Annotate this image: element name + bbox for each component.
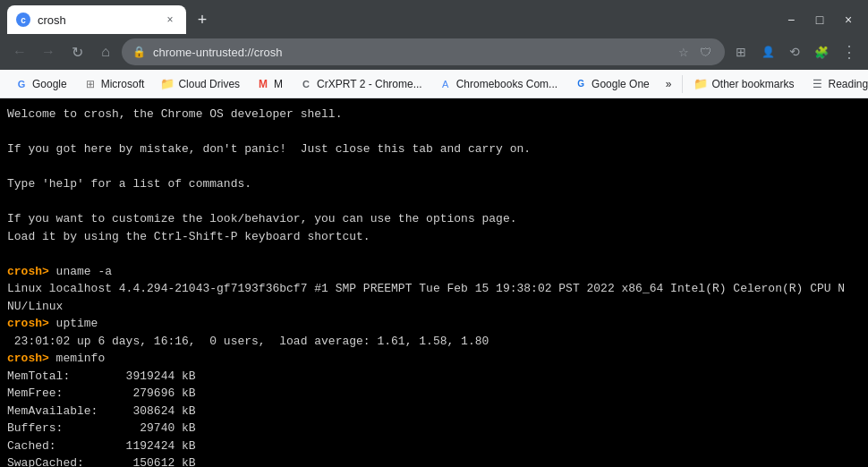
terminal-line-blank-3 xyxy=(7,193,861,211)
back-button[interactable]: ← xyxy=(7,39,32,64)
terminal-prompt-uptime: crosh> uptime xyxy=(7,315,861,333)
bookmarks-divider xyxy=(682,75,683,93)
active-tab[interactable]: c crosh × xyxy=(7,5,186,34)
browser-window: c crosh × + − □ × ← → ↻ ⌂ 🔒 chrome-untru… xyxy=(0,0,868,467)
terminal-line-5: Load it by using the Ctrl-Shift-P keyboa… xyxy=(7,228,861,246)
google-apps-icon[interactable]: ⊞ xyxy=(728,39,753,64)
bookmark-google-one[interactable]: G Google One xyxy=(566,74,657,94)
more-options-button[interactable]: ⋮ xyxy=(836,39,861,64)
extension-icon-1[interactable]: 🛡 xyxy=(696,43,714,61)
bookmark-other-label: Other bookmarks xyxy=(711,78,794,90)
terminal-line-4: If you want to customize the look/behavi… xyxy=(7,210,861,228)
tab-title: crosh xyxy=(38,13,156,27)
reload-button[interactable]: ↻ xyxy=(64,39,89,64)
terminal-line-blank-4 xyxy=(7,245,861,263)
nav-right-controls: ⊞ 👤 ⟳ 🧩 ⋮ xyxy=(728,39,861,64)
bookmark-google-label: Google xyxy=(32,78,67,90)
google-favicon: G xyxy=(14,77,29,91)
crxprt-favicon: C xyxy=(299,77,313,91)
crosh-prompt-3: crosh> xyxy=(7,352,49,365)
tab-bar: c crosh × + − □ × xyxy=(0,0,868,34)
bookmark-cloud-drives[interactable]: 📁 Cloud Drives xyxy=(153,74,247,94)
bookmark-microsoft-label: Microsoft xyxy=(101,78,145,90)
forward-button[interactable]: → xyxy=(36,39,61,64)
window-close-button[interactable]: × xyxy=(836,7,861,32)
bookmark-reading-list[interactable]: ☰ Reading list xyxy=(804,74,868,94)
bookmark-other[interactable]: 📁 Other bookmarks xyxy=(686,74,801,94)
security-icon: 🔒 xyxy=(132,46,146,58)
maximize-button[interactable]: □ xyxy=(807,7,832,32)
bookmark-crxprt[interactable]: C CrXPRT 2 - Chrome... xyxy=(292,74,430,94)
bookmark-google-one-label: Google One xyxy=(591,78,650,90)
bookmark-reading-list-label: Reading list xyxy=(829,78,868,90)
bookmark-chromebooks-label: Chromebooks Com... xyxy=(456,78,557,90)
chromebooks-favicon: A xyxy=(438,77,453,91)
google-one-favicon: G xyxy=(574,77,588,91)
terminal-line-blank-1 xyxy=(7,123,861,141)
bookmark-cloud-drives-label: Cloud Drives xyxy=(178,78,240,90)
terminal-prompt-meminfo: crosh> meminfo xyxy=(7,350,861,368)
terminal-line-1: Welcome to crosh, the Chrome OS develope… xyxy=(7,106,861,123)
crosh-command-3: meminfo xyxy=(49,352,105,365)
tab-close-button[interactable]: × xyxy=(163,13,177,27)
bookmark-m[interactable]: M M xyxy=(249,74,290,94)
terminal-prompt-uname: crosh> uname -a xyxy=(7,263,861,281)
bookmark-chromebooks[interactable]: A Chromebooks Com... xyxy=(431,74,565,94)
address-bar[interactable]: 🔒 chrome-untrusted://crosh ☆ 🛡 xyxy=(122,38,725,65)
terminal-uname-output-2: NU/Linux xyxy=(7,298,861,316)
terminal-line-2: If you got here by mistake, don't panic!… xyxy=(7,140,861,158)
terminal-window: Welcome to crosh, the Chrome OS develope… xyxy=(0,98,868,467)
bookmark-more-label: » xyxy=(666,78,672,90)
bookmark-more-button[interactable]: » xyxy=(659,75,679,93)
terminal-meminfo-1: MemTotal: 3919244 kB xyxy=(7,368,861,386)
bookmark-m-label: M xyxy=(274,78,283,90)
nav-bar: ← → ↻ ⌂ 🔒 chrome-untrusted://crosh ☆ 🛡 ⊞… xyxy=(0,34,868,70)
m-favicon: M xyxy=(256,77,270,91)
address-bar-actions: ☆ 🛡 xyxy=(675,43,714,61)
extension-puzzle-icon[interactable]: 🧩 xyxy=(809,39,834,64)
terminal-line-blank-2 xyxy=(7,158,861,176)
terminal-uname-output-1: Linux localhost 4.4.294-21043-gf7193f36b… xyxy=(7,280,861,298)
terminal-meminfo-2: MemFree: 279696 kB xyxy=(7,385,861,403)
new-tab-button[interactable]: + xyxy=(190,7,215,32)
crosh-prompt-1: crosh> xyxy=(7,265,49,278)
terminal-uptime-output: 23:01:02 up 6 days, 16:16, 0 users, load… xyxy=(7,333,861,351)
bookmark-star-icon[interactable]: ☆ xyxy=(675,43,693,61)
bookmark-google[interactable]: G Google xyxy=(7,74,74,94)
crosh-command-2: uptime xyxy=(49,317,98,330)
sync-icon[interactable]: ⟳ xyxy=(782,39,807,64)
crosh-command-1: uname -a xyxy=(49,265,112,278)
terminal-meminfo-6: SwapCached: 150612 kB xyxy=(7,454,861,467)
terminal-line-3: Type 'help' for a list of commands. xyxy=(7,175,861,193)
bookmark-microsoft[interactable]: ⊞ Microsoft xyxy=(76,74,152,94)
home-button[interactable]: ⌂ xyxy=(93,39,118,64)
window-controls: − □ × xyxy=(779,7,861,32)
terminal-meminfo-3: MemAvailable: 308624 kB xyxy=(7,403,861,420)
url-display: chrome-untrusted://crosh xyxy=(153,46,668,59)
reading-list-icon: ☰ xyxy=(811,77,825,91)
crosh-prompt-2: crosh> xyxy=(7,317,49,330)
terminal-meminfo-5: Cached: 1192424 kB xyxy=(7,437,861,455)
minimize-button[interactable]: − xyxy=(779,7,804,32)
other-bookmarks-folder-icon: 📁 xyxy=(694,77,708,91)
cloud-drives-folder-icon: 📁 xyxy=(160,77,174,91)
profile-button[interactable]: 👤 xyxy=(755,39,780,64)
bookmark-crxprt-label: CrXPRT 2 - Chrome... xyxy=(317,78,422,90)
bookmarks-bar: G Google ⊞ Microsoft 📁 Cloud Drives M M … xyxy=(0,70,868,98)
terminal-meminfo-4: Buffers: 29740 kB xyxy=(7,420,861,437)
tab-favicon: c xyxy=(16,13,30,27)
microsoft-favicon: ⊞ xyxy=(83,77,98,91)
